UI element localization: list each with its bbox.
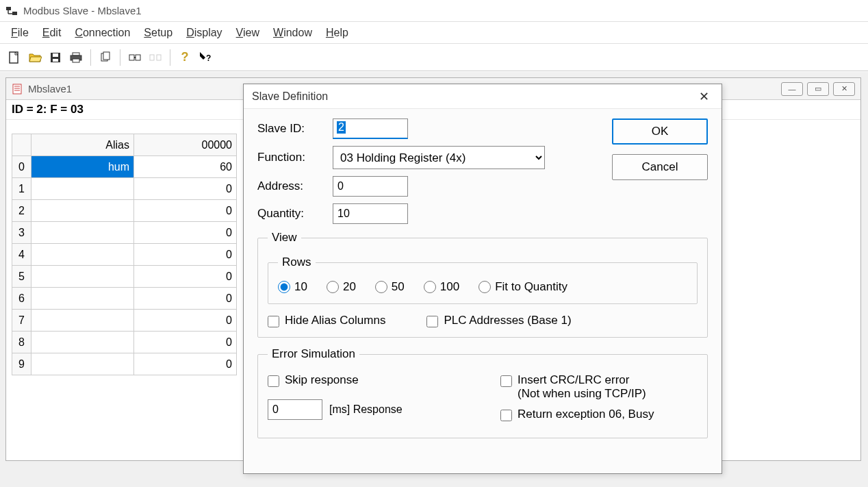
svg-rect-10 (73, 59, 79, 62)
rows-10-radio[interactable]: 10 (278, 280, 307, 294)
quantity-input[interactable] (333, 203, 408, 224)
function-select[interactable]: 03 Holding Register (4x) (333, 146, 545, 169)
menu-display[interactable]: Display (179, 24, 229, 42)
slaveid-selection: 2 (337, 121, 346, 134)
maximize-button[interactable]: ▭ (807, 82, 829, 96)
close-button[interactable]: ✕ (833, 82, 855, 96)
slave-definition-dialog: Slave Definition ✕ OK Cancel Slave ID: 2… (243, 84, 722, 474)
svg-rect-17 (157, 55, 161, 60)
ok-button[interactable]: OK (612, 118, 708, 145)
cancel-button[interactable]: Cancel (612, 154, 708, 180)
rows-50-radio[interactable]: 50 (375, 280, 405, 294)
menu-edit[interactable]: Edit (36, 24, 68, 42)
col-value[interactable]: 00000 (134, 134, 237, 156)
col-alias[interactable]: Alias (31, 134, 134, 156)
hide-alias-checkbox[interactable]: Hide Alias Columns (268, 314, 385, 327)
menubar: File Edit Connection Setup Display View … (0, 22, 868, 44)
plc-addresses-checkbox[interactable]: PLC Addresses (Base 1) (426, 314, 571, 327)
document-icon (12, 83, 24, 95)
table-row: 0hum60 (12, 156, 237, 178)
rows-fit-radio[interactable]: Fit to Quantity (478, 280, 567, 294)
view-legend: View (268, 231, 301, 245)
response-delay-label: [ms] Response (329, 403, 403, 416)
svg-rect-1 (12, 12, 17, 15)
table-row: 10 (12, 178, 237, 200)
table-row: 30 (12, 222, 237, 244)
table-row: 90 (12, 353, 237, 375)
function-label: Function: (257, 151, 333, 164)
new-icon[interactable] (5, 49, 23, 66)
svg-rect-6 (53, 53, 58, 57)
svg-text:?: ? (206, 53, 211, 63)
toolbar-sep (120, 49, 120, 66)
table-row: 70 (12, 310, 237, 332)
svg-rect-13 (129, 55, 134, 60)
svg-rect-14 (136, 55, 140, 60)
error-sim-legend: Error Simulation (268, 347, 359, 361)
register-table[interactable]: Alias 00000 0hum60 10 20 30 40 50 60 70 … (12, 134, 237, 375)
svg-rect-12 (103, 52, 110, 60)
table-row: 40 (12, 244, 237, 266)
app-title: Modbus Slave - Mbslave1 (23, 5, 142, 16)
svg-rect-16 (150, 55, 154, 60)
table-row: 50 (12, 266, 237, 288)
open-icon[interactable] (26, 49, 44, 66)
toolbar-sep (90, 49, 91, 66)
disconnect-icon[interactable] (146, 49, 164, 66)
app-icon (5, 5, 18, 17)
menu-view[interactable]: View (229, 24, 266, 42)
rows-legend: Rows (278, 255, 316, 269)
response-delay-input[interactable] (268, 399, 322, 420)
menu-file[interactable]: File (4, 24, 36, 42)
dialog-title: Slave Definition (252, 90, 694, 103)
menu-window[interactable]: Window (266, 24, 319, 42)
address-input[interactable] (333, 176, 408, 197)
view-group: View Rows 10 20 50 100 Fit to Quantity H… (257, 231, 708, 338)
rows-group: Rows 10 20 50 100 Fit to Quantity (268, 255, 698, 304)
svg-rect-8 (73, 53, 79, 55)
app-titlebar: Modbus Slave - Mbslave1 (0, 0, 868, 22)
close-icon[interactable]: ✕ (694, 87, 713, 106)
skip-response-checkbox[interactable]: Skip response (268, 373, 459, 387)
error-sim-group: Error Simulation Skip response [ms] Resp… (257, 347, 708, 438)
rows-20-radio[interactable]: 20 (327, 280, 356, 294)
print-icon[interactable] (67, 49, 85, 66)
slaveid-label: Slave ID: (257, 122, 333, 136)
insert-crc-checkbox[interactable]: Insert CRC/LRC error(Not when using TCP/… (500, 373, 698, 401)
dialog-titlebar[interactable]: Slave Definition ✕ (244, 84, 722, 109)
address-label: Address: (257, 179, 333, 193)
rows-100-radio[interactable]: 100 (424, 280, 459, 294)
svg-rect-7 (53, 59, 58, 62)
table-corner (12, 134, 31, 156)
table-row: 60 (12, 288, 237, 310)
svg-rect-19 (13, 84, 21, 94)
return-exception-checkbox[interactable]: Return exception 06, Busy (500, 408, 698, 421)
svg-rect-0 (6, 7, 11, 10)
copy-icon[interactable] (97, 49, 114, 66)
toolbar-sep (170, 49, 170, 66)
save-icon[interactable] (47, 49, 64, 66)
menu-help[interactable]: Help (319, 24, 355, 42)
connect-icon[interactable] (126, 49, 144, 66)
toolbar: ? ? (0, 44, 868, 71)
menu-setup[interactable]: Setup (137, 24, 179, 42)
table-row: 20 (12, 200, 237, 222)
table-row: 80 (12, 332, 237, 353)
menu-connection[interactable]: Connection (68, 24, 137, 42)
quantity-label: Quantity: (257, 207, 333, 221)
context-help-icon[interactable]: ? (196, 49, 214, 66)
minimize-button[interactable]: — (781, 82, 803, 96)
help-icon[interactable]: ? (176, 49, 194, 66)
